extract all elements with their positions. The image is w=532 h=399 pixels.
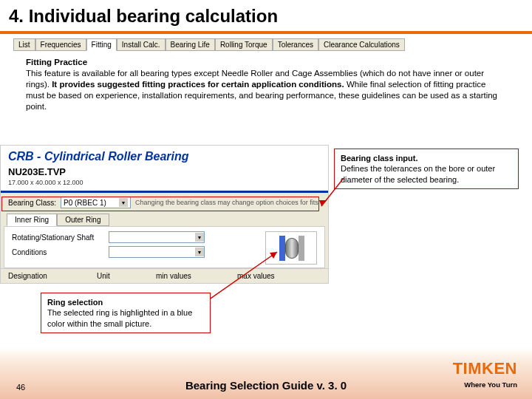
col-designation: Designation bbox=[8, 272, 75, 280]
callout-ring-selection: Ring selection The selected ring is high… bbox=[41, 293, 211, 333]
shaft-row: Rotating/Stationary Shaft ▼ bbox=[12, 231, 205, 243]
callout-bci-body: Defines the tolerances on the bore or ou… bbox=[341, 164, 495, 183]
title-bar: 4. Individual bearing calculation bbox=[0, 0, 532, 31]
tabs-row: List Frequencies Fitting Install Calc. B… bbox=[0, 34, 532, 51]
shaft-dropdown[interactable]: ▼ bbox=[109, 231, 205, 243]
subtab-outer-ring[interactable]: Outer Ring bbox=[57, 214, 109, 226]
bearing-number: NU203E.TVP bbox=[8, 166, 321, 177]
callout-ring-heading: Ring selection bbox=[47, 298, 103, 307]
tab-tolerances[interactable]: Tolerances bbox=[273, 38, 318, 51]
content-area: List Frequencies Fitting Install Calc. B… bbox=[0, 34, 532, 366]
paragraph-heading: Fitting Practice bbox=[26, 58, 87, 66]
timken-logo: TIMKEN bbox=[453, 359, 517, 378]
chevron-down-icon: ▼ bbox=[195, 248, 204, 256]
tab-fitting[interactable]: Fitting bbox=[86, 38, 117, 51]
tab-install-calc[interactable]: Install Calc. bbox=[117, 38, 166, 51]
value-headers: Designation Unit min values max values bbox=[1, 268, 328, 283]
tab-rolling-torque[interactable]: Rolling Torque bbox=[215, 38, 273, 51]
app-window: CRB - Cylindrical Roller Bearing NU203E.… bbox=[0, 145, 329, 284]
bearing-dims: 17.000 x 40.000 x 12.000 bbox=[8, 179, 83, 186]
footer-title: Bearing Selection Guide v. 3. 0 bbox=[0, 379, 532, 392]
roller-icon bbox=[285, 238, 299, 259]
callout-ring-body: The selected ring is highlighted in a bl… bbox=[47, 308, 192, 327]
conditions-label: Conditions bbox=[12, 248, 104, 256]
tagline: Where You Turn bbox=[464, 381, 517, 389]
highlight-bearing-class bbox=[1, 197, 319, 211]
tab-clearance[interactable]: Clearance Calculations bbox=[318, 38, 405, 51]
callout-bearing-class: Bearing class input. Defines the toleran… bbox=[334, 149, 519, 189]
tab-bearing-life[interactable]: Bearing Life bbox=[166, 38, 215, 51]
description-paragraph: Fitting Practice This feature is availab… bbox=[26, 57, 506, 112]
shaft-label: Rotating/Stationary Shaft bbox=[12, 233, 104, 242]
paragraph-bold: It provides suggested fitting practices … bbox=[52, 80, 344, 89]
conditions-dropdown[interactable]: ▼ bbox=[109, 246, 205, 258]
chevron-down-icon: ▼ bbox=[195, 233, 204, 242]
slide-title: 4. Individual bearing calculation bbox=[9, 6, 523, 27]
app-title: CRB - Cylindrical Roller Bearing bbox=[8, 150, 321, 163]
app-header: CRB - Cylindrical Roller Bearing NU203E.… bbox=[1, 146, 328, 193]
col-max: max values bbox=[237, 272, 275, 280]
ring-form: Rotating/Stationary Shaft ▼ Conditions ▼ bbox=[4, 226, 325, 268]
callout-bci-heading: Bearing class input. bbox=[341, 154, 418, 163]
tab-frequencies[interactable]: Frequencies bbox=[35, 38, 86, 51]
bearing-picture bbox=[265, 231, 317, 265]
col-unit: Unit bbox=[97, 272, 134, 280]
conditions-row: Conditions ▼ bbox=[12, 246, 205, 258]
tab-list[interactable]: List bbox=[13, 38, 35, 51]
inner-ring-highlight bbox=[279, 236, 285, 261]
col-min: min values bbox=[156, 272, 215, 280]
ring-subtabs: Inner Ring Outer Ring bbox=[1, 212, 328, 226]
outer-ring-graphic bbox=[299, 236, 304, 261]
subtab-inner-ring[interactable]: Inner Ring bbox=[7, 214, 57, 226]
